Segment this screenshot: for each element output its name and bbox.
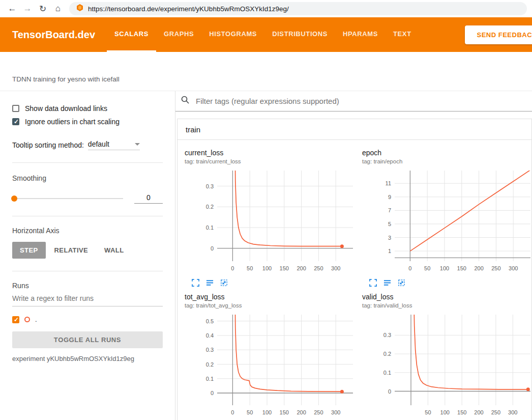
svg-text:0: 0	[388, 388, 391, 395]
horizontal-axis-label: Horizontal Axis	[12, 227, 163, 235]
tag-group-header[interactable]: train	[178, 119, 531, 140]
svg-text:300: 300	[509, 265, 518, 271]
chart-tag-label: tag: train/epoch	[362, 158, 532, 164]
tab-histograms[interactable]: HISTOGRAMS	[201, 17, 264, 52]
smoothing-slider-thumb[interactable]	[11, 195, 17, 202]
svg-text:100: 100	[440, 265, 449, 271]
svg-text:200: 200	[297, 409, 306, 415]
checkbox-unchecked-icon	[12, 105, 19, 112]
svg-text:50: 50	[247, 409, 253, 415]
tab-graphs[interactable]: GRAPHS	[156, 17, 201, 52]
svg-text:9: 9	[388, 194, 391, 200]
experiment-description: TDNN training for yesno with icefall	[0, 52, 532, 91]
svg-text:5: 5	[388, 221, 391, 227]
expand-chart-icon[interactable]	[369, 279, 377, 289]
svg-text:300: 300	[331, 265, 340, 271]
toggle-all-runs-button[interactable]: TOGGLE ALL RUNS	[12, 331, 163, 348]
forward-icon[interactable]: →	[20, 4, 35, 14]
chart-card-valid-loss: valid_loss tag: train/valid_loss 5010015…	[362, 293, 532, 420]
svg-text:50: 50	[247, 265, 253, 271]
chart-actions	[185, 279, 362, 289]
svg-text:0: 0	[231, 265, 234, 271]
nav-tabs: SCALARS GRAPHS HISTOGRAMS DISTRIBUTIONS …	[107, 17, 465, 52]
url-text: https://tensorboard.dev/experiment/yKUbh…	[88, 5, 289, 13]
svg-text:11: 11	[386, 180, 391, 186]
svg-text:0.3: 0.3	[206, 183, 214, 189]
back-icon[interactable]: ←	[5, 4, 19, 14]
chart-plot-epoch[interactable]: 0501001502002503001357911	[362, 167, 532, 277]
settings-sidebar: Show data download links Ignore outliers…	[0, 91, 175, 420]
svg-text:0.3: 0.3	[206, 347, 214, 353]
svg-text:250: 250	[314, 409, 323, 415]
axis-relative-button[interactable]: RELATIVE	[47, 242, 96, 259]
chart-card-epoch: epoch tag: train/epoch 05010015020025030…	[362, 149, 532, 289]
svg-text:0.2: 0.2	[383, 351, 391, 357]
axis-step-button[interactable]: STEP	[12, 242, 46, 259]
chart-title: tot_avg_loss	[185, 293, 362, 301]
chart-tag-label: tag: train/tot_avg_loss	[185, 302, 362, 309]
tab-scalars[interactable]: SCALARS	[107, 17, 156, 52]
url-bar[interactable]: https://tensorboard.dev/experiment/yKUbh…	[69, 2, 527, 15]
svg-text:150: 150	[457, 409, 466, 415]
browser-toolbar: ← → ↻ ⌂ https://tensorboard.dev/experime…	[0, 0, 532, 17]
chart-plot-current-loss[interactable]: 05010015020025030000.10.20.3	[185, 167, 362, 277]
show-download-links-label: Show data download links	[25, 104, 107, 113]
chart-plot-tot-avg-loss[interactable]: 05010015020025030000.10.20.30.40.5	[185, 312, 362, 420]
chart-title: epoch	[362, 149, 532, 157]
scalars-main-panel: train current_loss tag: train/current_lo…	[175, 91, 532, 420]
send-feedback-button[interactable]: SEND FEEDBACK	[465, 25, 532, 44]
svg-text:200: 200	[297, 265, 306, 271]
svg-text:0.1: 0.1	[206, 225, 214, 231]
chart-card-current-loss: current_loss tag: train/current_loss 050…	[185, 149, 362, 289]
chart-card-tot-avg-loss: tot_avg_loss tag: train/tot_avg_loss 050…	[185, 293, 362, 420]
tag-group-card-train: train current_loss tag: train/current_lo…	[177, 119, 532, 420]
experiment-id-caption: experiment yKUbhb5wRmOSXYkId1z9eg	[12, 355, 163, 362]
run-name: .	[35, 316, 37, 323]
expand-chart-icon[interactable]	[192, 279, 199, 289]
tab-hparams[interactable]: HPARAMS	[335, 17, 386, 52]
smoothing-slider[interactable]	[12, 198, 123, 199]
run-color-circle-icon	[24, 317, 30, 322]
axis-wall-button[interactable]: WALL	[97, 242, 131, 259]
chart-title: valid_loss	[362, 293, 532, 301]
reload-icon[interactable]: ↻	[36, 4, 50, 14]
smoothing-value-input[interactable]: 0	[134, 193, 163, 204]
svg-text:50: 50	[424, 265, 430, 271]
tooltip-sorting-label: Tooltip sorting method:	[12, 141, 84, 149]
svg-text:150: 150	[457, 265, 466, 271]
svg-text:200: 200	[474, 409, 483, 415]
svg-text:7: 7	[388, 207, 391, 213]
run-row[interactable]: .	[12, 316, 163, 323]
svg-text:150: 150	[280, 265, 289, 271]
checkbox-checked-icon	[12, 118, 19, 125]
ignore-outliers-checkbox[interactable]: Ignore outliers in chart scaling	[12, 118, 163, 126]
svg-text:200: 200	[474, 265, 483, 271]
chart-tag-label: tag: train/valid_loss	[362, 302, 532, 309]
runs-list-icon[interactable]	[206, 279, 214, 289]
svg-text:300: 300	[508, 409, 517, 415]
sidebar-divider	[12, 162, 163, 163]
tooltip-sorting-select[interactable]: default	[88, 140, 140, 150]
tab-distributions[interactable]: DISTRIBUTIONS	[264, 17, 335, 52]
chart-title: current_loss	[185, 149, 362, 157]
svg-text:0.2: 0.2	[206, 204, 214, 210]
runs-filter-input[interactable]	[12, 290, 163, 306]
svg-text:3: 3	[388, 235, 391, 241]
svg-text:50: 50	[425, 409, 431, 415]
home-icon[interactable]: ⌂	[51, 4, 65, 14]
run-checkbox-checked-icon[interactable]	[12, 316, 19, 323]
svg-text:100: 100	[262, 265, 272, 271]
runs-list-icon[interactable]	[383, 279, 391, 289]
svg-text:250: 250	[314, 265, 323, 271]
svg-text:300: 300	[331, 409, 340, 415]
tab-text[interactable]: TEXT	[386, 17, 419, 52]
chart-plot-valid-loss[interactable]: 5010015020025030000.10.20.3	[362, 312, 532, 420]
fit-domain-icon[interactable]	[398, 279, 405, 289]
show-download-links-checkbox[interactable]: Show data download links	[12, 104, 163, 113]
svg-text:0.5: 0.5	[206, 318, 214, 324]
svg-text:100: 100	[262, 409, 272, 415]
fit-domain-icon[interactable]	[220, 279, 228, 289]
tag-filter-input[interactable]	[195, 96, 528, 106]
svg-text:0: 0	[211, 390, 214, 396]
svg-text:150: 150	[280, 409, 289, 415]
